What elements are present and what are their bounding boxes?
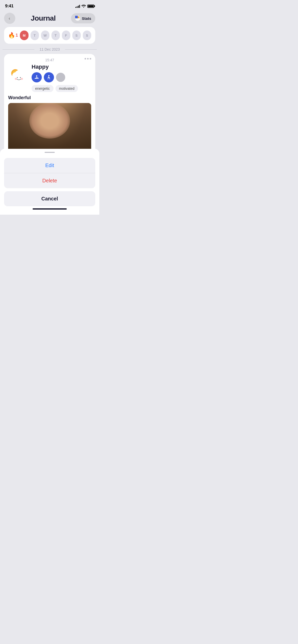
status-icons — [75, 4, 94, 8]
stats-label: Stats — [82, 16, 91, 21]
face-area — [29, 103, 70, 139]
streak-container: 🔥 1 — [8, 32, 18, 39]
back-button[interactable]: ‹ — [4, 13, 15, 24]
dot-icon — [85, 58, 86, 60]
mood-icons-row — [32, 72, 91, 82]
stats-button[interactable]: Stats — [71, 13, 95, 23]
tag-motivated[interactable]: motivated — [56, 85, 78, 92]
day-monday[interactable]: M — [20, 31, 28, 40]
activity-walk-icon[interactable] — [44, 72, 54, 82]
card-header: 15:47 — [8, 58, 91, 62]
svg-point-10 — [21, 78, 23, 80]
stats-icon — [75, 16, 80, 21]
sheet-handle — [45, 152, 55, 153]
status-time: 9:41 — [5, 4, 13, 9]
status-bar: 9:41 — [0, 0, 99, 11]
flame-icon: 🔥 — [8, 32, 15, 39]
entry-time: 15:47 — [45, 58, 54, 62]
svg-point-9 — [15, 78, 17, 80]
cancel-button[interactable]: Cancel — [4, 191, 95, 206]
more-button[interactable] — [85, 58, 91, 60]
page-title: Journal — [31, 14, 56, 22]
svg-point-17 — [48, 75, 50, 76]
entry-text: Wonderful — [8, 95, 91, 100]
day-friday[interactable]: F — [62, 31, 70, 40]
streak-count: 1 — [16, 33, 18, 38]
svg-point-13 — [36, 75, 37, 77]
journal-card: 15:47 — [4, 54, 95, 163]
edit-button[interactable]: Edit — [4, 158, 95, 173]
week-strip: 🔥 1 M T W T F S S — [4, 27, 95, 44]
svg-point-6 — [19, 72, 25, 79]
svg-line-16 — [37, 77, 37, 78]
card-mood-info: Happy — [32, 64, 91, 92]
tag-energetic[interactable]: energetic — [32, 85, 53, 92]
day-sunday[interactable]: S — [83, 31, 91, 40]
chevron-left-icon: ‹ — [9, 16, 10, 21]
delete-button[interactable]: Delete — [4, 173, 95, 188]
dot-icon — [87, 58, 89, 60]
additional-icon — [56, 73, 65, 82]
day-saturday[interactable]: S — [72, 31, 81, 40]
activity-treadmill-icon[interactable] — [32, 72, 42, 82]
bottom-sheet-overlay: Edit Delete Cancel — [0, 149, 99, 215]
bottom-sheet: Edit Delete Cancel — [0, 149, 99, 215]
card-mood-row: Happy — [8, 64, 91, 92]
signal-icon — [75, 5, 80, 8]
day-wednesday[interactable]: W — [41, 31, 49, 40]
day-thursday[interactable]: T — [51, 31, 60, 40]
mood-title: Happy — [32, 64, 91, 70]
svg-point-7 — [17, 77, 18, 78]
svg-point-8 — [20, 77, 21, 78]
battery-icon — [87, 5, 94, 8]
nav-bar: ‹ Journal Stats — [0, 11, 99, 27]
day-tuesday[interactable]: T — [31, 31, 39, 40]
tags-row: energetic motivated — [32, 85, 91, 92]
weather-emoji — [8, 64, 29, 84]
action-group: Edit Delete — [4, 158, 95, 188]
wifi-icon — [82, 4, 86, 8]
dot-icon — [90, 58, 91, 60]
home-indicator — [33, 208, 67, 210]
date-label: 11 Dec 2023 — [0, 47, 99, 51]
